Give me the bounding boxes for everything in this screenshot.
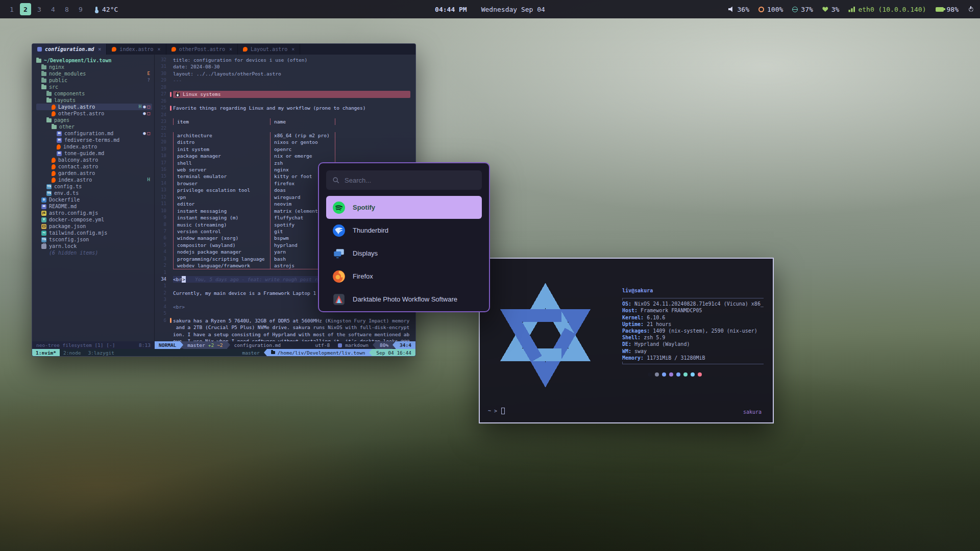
tree-item[interactable]: astro.config.mjs (36, 210, 152, 216)
workspace-button[interactable]: 8 (61, 3, 72, 15)
close-icon[interactable]: × (158, 46, 161, 52)
tree-item[interactable]: public ? (36, 77, 152, 84)
tree-item[interactable]: tsconfig.json (36, 236, 152, 243)
tree-item[interactable]: docker-compose.yml (36, 216, 152, 223)
workspace-button[interactable]: 4 (47, 3, 59, 15)
tree-item[interactable]: garden.astro (36, 170, 152, 177)
bar-module[interactable]: eth0 (10.0.0.140) (848, 6, 926, 13)
buffer-line[interactable]: ion. I have a setup consisting of Hyprla… (155, 331, 410, 338)
palette-dot (655, 372, 659, 377)
launcher-item[interactable]: Darktable Photo Workflow Software (326, 288, 482, 311)
buffer-line[interactable]: 26 (155, 98, 410, 105)
close-icon[interactable]: × (98, 46, 101, 52)
bar-module[interactable]: 36% (728, 6, 749, 13)
tree-item[interactable]: tailwind.config.mjs (36, 230, 152, 236)
editor-tab[interactable]: configuration.md × (32, 44, 107, 55)
tree-item[interactable]: yarn.lock (36, 243, 152, 249)
buffer-line[interactable]: 18 package manager nix or emerge (155, 153, 410, 159)
workspace-button[interactable]: 3 (34, 3, 45, 15)
tree-item[interactable]: otherPost.astro ● □ (36, 110, 152, 117)
bar-module[interactable]: 100% (758, 6, 783, 13)
tmux-clock: Sep 04 16:44 (372, 349, 415, 356)
buffer-line[interactable]: 21 architecture x86_64 (rip m2 pro) (155, 132, 410, 139)
buffer-line[interactable]: 30 layout: ../../layouts/otherPost.astro (155, 70, 410, 77)
shell-prompt[interactable]: ~ > (488, 408, 505, 414)
clock-date: Wednesday Sep 04 (481, 6, 545, 13)
buffer-line[interactable]: 20 distro nixos or gentoo (155, 139, 410, 145)
tree-item[interactable]: node_modules E (36, 70, 152, 77)
tmux-window-tab[interactable]: 3:lazygit (84, 349, 117, 356)
tree-item[interactable]: contact.astro (36, 163, 152, 170)
tree-item[interactable]: components (36, 90, 152, 97)
tree-item[interactable]: nginx (36, 64, 152, 70)
tree-item[interactable]: src (36, 84, 152, 90)
buffer-line[interactable]: 6 sakura has a Ryzen 5 7640U, 32GB of DD… (155, 317, 410, 324)
launcher-item[interactable]: Firefox (326, 265, 482, 288)
editor-tab[interactable]: Layout.astro × (238, 44, 300, 55)
buffer-line[interactable]: 25 Favorite things regarding Linux and m… (155, 105, 410, 111)
buffer-line[interactable]: and a 2TB (Crucial P5 Plus) NVMe drive. … (155, 324, 410, 331)
tree-item[interactable]: index.astro H (36, 177, 152, 183)
tree-item[interactable]: package.json (36, 223, 152, 230)
bar-module[interactable]: 37% (792, 6, 813, 13)
sign-column (170, 235, 173, 241)
buffer-line[interactable]: 23 item name (155, 118, 410, 125)
file-icon (41, 237, 46, 242)
bar-module[interactable]: 98% (936, 6, 959, 13)
launcher-item[interactable]: Spotify (326, 196, 482, 219)
tree-item[interactable]: env.d.ts (36, 190, 152, 196)
launcher-item[interactable]: Displays (326, 242, 482, 265)
tree-item[interactable]: Layout.astro H ● □ (36, 104, 152, 110)
bar-module[interactable]: 3% (822, 6, 840, 13)
line-number: 1 (155, 269, 170, 276)
filetype-segment: markdown (334, 341, 373, 349)
close-icon[interactable]: × (291, 46, 295, 52)
launcher-item[interactable]: Thunderbird (326, 219, 482, 242)
line-number: 9 (155, 214, 170, 221)
buffer-line[interactable]: 22 (155, 125, 410, 132)
tree-item[interactable]: Dockerfile (36, 196, 152, 203)
editor-tab[interactable]: index.astro × (107, 44, 166, 55)
temperature-module[interactable]: 42°C (95, 6, 118, 13)
workspace-button[interactable]: 9 (75, 3, 86, 15)
buffer-line[interactable]: 31 date: 2024-08-30 (155, 63, 410, 70)
line-number: 17 (155, 160, 170, 166)
file-icon (41, 231, 46, 236)
buffer-line[interactable]: 29 --- (155, 77, 410, 84)
tree-item[interactable]: config.ts (36, 183, 152, 190)
buffer-line[interactable]: 28 (155, 84, 410, 91)
tree-item[interactable]: ~/Development/liv.town (36, 57, 152, 64)
editor-tab[interactable]: otherPost.astro × (166, 44, 238, 55)
line-content: Linux systems (173, 91, 410, 97)
tree-item[interactable]: pages (36, 117, 152, 123)
fetch-info-row: Memory: 11731MiB / 31280MiB (622, 355, 764, 361)
search-input[interactable] (345, 177, 476, 184)
power-icon[interactable] (968, 6, 974, 12)
tree-item[interactable]: index.astro (36, 143, 152, 150)
search-bar[interactable] (326, 170, 482, 190)
tmux-window-tab[interactable]: 1:nvim* (32, 349, 60, 356)
buffer-line[interactable]: 19 init system openrc (155, 146, 410, 153)
palette-dot (669, 372, 673, 377)
close-icon[interactable]: × (229, 46, 232, 52)
buffer-line[interactable]: 27 Linux systems (155, 91, 410, 97)
tmux-window-tab[interactable]: 2:node (60, 349, 84, 356)
tree-item[interactable]: other (36, 123, 152, 130)
clock[interactable]: 04:44 PM Wednesday Sep 04 (435, 0, 545, 18)
buffer-line[interactable]: 32 title: configuration for devices i us… (155, 57, 410, 63)
workspace-button[interactable]: 1 (6, 3, 17, 15)
tree-item[interactable]: (6 hidden items) (36, 249, 152, 256)
line-content: package manager nix or emerge (173, 153, 410, 159)
desktop: 1 2 3 4 8 9 42°C 04:44 PM Wednesday Sep … (0, 0, 980, 551)
workspace-button[interactable]: 2 (20, 3, 31, 15)
buffer-line[interactable]: ove. I use Nix when I need software with… (155, 338, 410, 341)
sign-column (170, 242, 173, 248)
tree-item[interactable]: fediverse-terms.md (36, 137, 152, 143)
tree-item[interactable]: balcony.astro (36, 157, 152, 163)
sign-column (170, 290, 173, 296)
tree-item[interactable]: README.md (36, 203, 152, 210)
tree-item[interactable]: tone-guide.md (36, 150, 152, 157)
tree-item[interactable]: layouts (36, 97, 152, 104)
buffer-line[interactable]: 24 (155, 112, 410, 118)
tree-item[interactable]: configuration.md ● □ (36, 130, 152, 137)
